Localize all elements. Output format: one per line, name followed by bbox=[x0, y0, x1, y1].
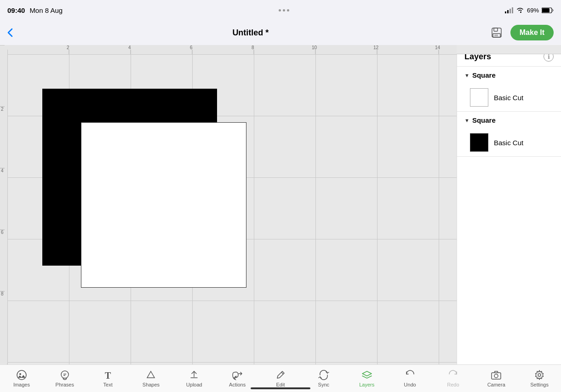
svg-point-44 bbox=[538, 374, 541, 376]
toolbar-item-settings[interactable]: Settings bbox=[527, 367, 552, 390]
svg-text:6: 6 bbox=[190, 45, 193, 50]
svg-rect-0 bbox=[505, 11, 506, 13]
layer-thumb-1 bbox=[470, 88, 488, 107]
svg-rect-5 bbox=[542, 8, 550, 12]
svg-point-38 bbox=[61, 371, 69, 378]
toolbar-item-upload[interactable]: Upload bbox=[182, 367, 207, 390]
title-dots bbox=[279, 9, 289, 11]
settings-icon bbox=[534, 369, 545, 381]
toolbar-label-phrases: Phrases bbox=[56, 382, 74, 387]
layer-group-2: ▼ Square Basic Cut bbox=[457, 112, 561, 157]
svg-point-43 bbox=[494, 374, 498, 378]
svg-text:T: T bbox=[105, 370, 111, 381]
toolbar-item-camera[interactable]: Camera bbox=[484, 367, 509, 390]
layer-thumb-2 bbox=[470, 133, 488, 152]
status-icons: 69% bbox=[505, 7, 554, 14]
canvas-grid bbox=[7, 54, 457, 364]
toolbar-item-actions[interactable]: Actions bbox=[225, 367, 250, 390]
svg-text:2: 2 bbox=[1, 107, 4, 112]
svg-point-37 bbox=[19, 373, 21, 375]
layers-panel: Layers ℹ ▼ Square Basic Cut ▼ Square Bas… bbox=[457, 45, 561, 364]
layer-group-2-name: Square bbox=[472, 116, 496, 124]
toolbar-label-redo: Redo bbox=[447, 382, 459, 387]
toolbar-label-settings: Settings bbox=[530, 382, 549, 387]
layer-label-1: Basic Cut bbox=[494, 94, 523, 102]
status-bar: 09:40 Mon 8 Aug 69% bbox=[0, 0, 561, 20]
toolbar-label-text: Text bbox=[103, 382, 113, 387]
svg-text:10: 10 bbox=[312, 45, 317, 50]
svg-text:8: 8 bbox=[252, 45, 254, 50]
svg-rect-1 bbox=[507, 10, 509, 13]
layer-group-2-header[interactable]: ▼ Square bbox=[457, 112, 561, 129]
layer-group-1-arrow: ▼ bbox=[464, 73, 469, 78]
toolbar-label-shapes: Shapes bbox=[143, 382, 160, 387]
svg-rect-2 bbox=[509, 9, 511, 13]
toolbar-label-edit: Edit bbox=[276, 382, 285, 387]
layers-icon bbox=[361, 369, 372, 381]
svg-rect-3 bbox=[512, 7, 513, 13]
toolbar-label-camera: Camera bbox=[487, 382, 505, 387]
svg-text:12: 12 bbox=[373, 45, 379, 50]
ruler-horizontal-svg: 2 4 6 8 10 12 14 bbox=[0, 45, 457, 54]
back-chevron-icon bbox=[7, 28, 13, 37]
text-icon: T bbox=[103, 369, 114, 381]
battery-icon bbox=[542, 7, 554, 13]
ruler-horizontal: 2 4 6 8 10 12 14 bbox=[0, 45, 561, 54]
white-square-shape[interactable] bbox=[81, 122, 246, 288]
make-it-button[interactable]: Make It bbox=[510, 25, 554, 40]
status-date: Mon 8 Aug bbox=[29, 6, 63, 14]
svg-text:6: 6 bbox=[1, 230, 4, 235]
toolbar-item-redo[interactable]: Redo bbox=[441, 367, 466, 390]
phrases-icon bbox=[59, 369, 70, 381]
svg-text:8: 8 bbox=[1, 291, 4, 296]
save-icon bbox=[490, 26, 503, 39]
toolbar-item-phrases[interactable]: Phrases bbox=[52, 367, 77, 390]
undo-icon bbox=[405, 369, 416, 381]
layer-group-1-header[interactable]: ▼ Square bbox=[457, 67, 561, 84]
battery-level: 69% bbox=[527, 7, 539, 14]
svg-text:14: 14 bbox=[435, 45, 441, 50]
top-right-buttons: Make It bbox=[488, 24, 554, 41]
svg-rect-26 bbox=[0, 45, 7, 364]
toolbar-label-images: Images bbox=[13, 382, 30, 387]
ruler-vertical: 2 4 6 8 bbox=[0, 45, 7, 364]
ruler-vertical-svg: 2 4 6 8 bbox=[0, 45, 7, 364]
toolbar-item-layers[interactable]: Layers bbox=[354, 367, 379, 390]
layer-item-1[interactable]: Basic Cut bbox=[457, 84, 561, 111]
sync-icon bbox=[318, 369, 329, 381]
toolbar-label-undo: Undo bbox=[404, 382, 416, 387]
document-title: Untitled * bbox=[232, 28, 269, 38]
layer-item-2[interactable]: Basic Cut bbox=[457, 129, 561, 156]
svg-rect-7 bbox=[494, 28, 498, 31]
toolbar-item-sync[interactable]: Sync bbox=[311, 367, 336, 390]
shapes-icon bbox=[145, 369, 156, 381]
svg-text:4: 4 bbox=[128, 45, 131, 50]
upload-icon bbox=[189, 369, 200, 381]
toolbar-item-edit[interactable]: Edit bbox=[268, 367, 293, 390]
svg-rect-42 bbox=[492, 373, 501, 379]
svg-point-36 bbox=[17, 370, 26, 380]
toolbar-item-undo[interactable]: Undo bbox=[397, 367, 423, 390]
svg-text:4: 4 bbox=[1, 168, 4, 173]
status-time: 09:40 bbox=[7, 6, 25, 14]
save-button[interactable] bbox=[488, 24, 505, 41]
top-bar: Untitled * Make It bbox=[0, 20, 561, 45]
toolbar-item-shapes[interactable]: Shapes bbox=[138, 367, 164, 390]
toolbar-item-text[interactable]: T Text bbox=[95, 367, 120, 390]
toolbar-label-actions: Actions bbox=[229, 382, 246, 387]
svg-rect-9 bbox=[494, 34, 498, 36]
svg-text:2: 2 bbox=[67, 45, 69, 50]
signal-icon bbox=[505, 7, 513, 13]
images-icon bbox=[16, 369, 27, 381]
toolbar-item-images[interactable]: Images bbox=[9, 367, 34, 390]
edit-icon bbox=[275, 369, 286, 381]
toolbar-label-sync: Sync bbox=[318, 382, 329, 387]
back-button[interactable] bbox=[7, 28, 13, 37]
home-indicator bbox=[251, 387, 310, 389]
layer-group-2-arrow: ▼ bbox=[464, 118, 469, 123]
layer-label-2: Basic Cut bbox=[494, 139, 523, 147]
wifi-icon bbox=[516, 7, 524, 13]
canvas-area bbox=[0, 45, 457, 364]
toolbar-label-upload: Upload bbox=[186, 382, 202, 387]
toolbar-label-layers: Layers bbox=[359, 382, 374, 387]
